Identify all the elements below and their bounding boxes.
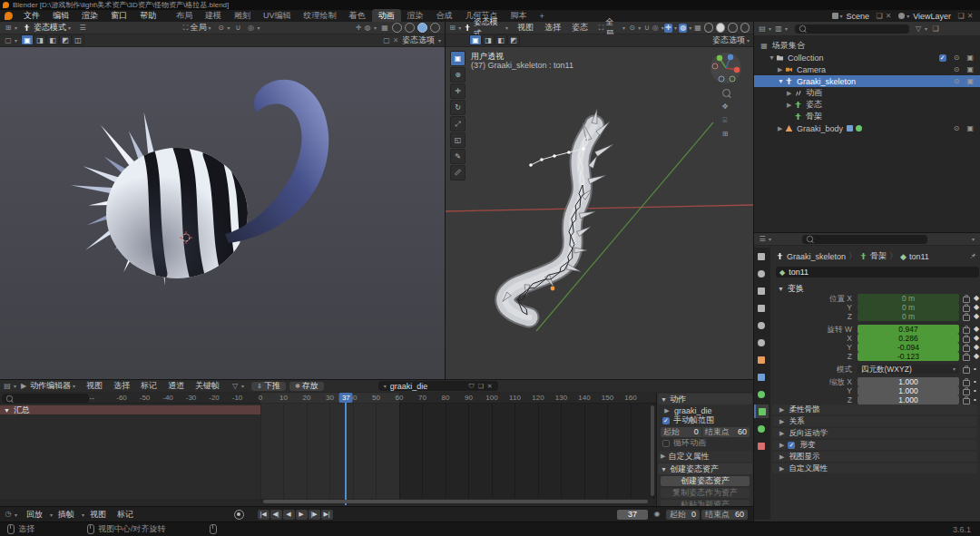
select-mode-new-icon[interactable]: ▣ — [21, 34, 34, 45]
app-menu-渲染[interactable]: 渲染 — [75, 10, 104, 22]
keyframe-diamond-icon[interactable]: ◆ — [974, 343, 979, 352]
playhead-line[interactable] — [345, 393, 347, 505]
annotate-tool[interactable]: ✎ — [450, 149, 466, 164]
expand-arrow-icon[interactable]: ▼ — [778, 78, 785, 84]
dope-menu-标记[interactable]: 标记 — [135, 380, 162, 392]
lock-icon[interactable] — [963, 389, 970, 395]
playhead-frame-badge[interactable]: 37 — [339, 393, 353, 403]
keyframe-diamond-icon[interactable]: ◆ — [974, 325, 979, 334]
pose-asset-panel-header[interactable]: ▼ 创建姿态资产 — [658, 463, 752, 474]
stash-button[interactable]: ❄存放 — [289, 382, 324, 391]
snap-magnet-icon[interactable]: ∪ — [234, 24, 243, 33]
dope-menu-选择[interactable]: 选择 — [108, 380, 135, 392]
select-mode-invert-icon[interactable]: ◩ — [507, 34, 520, 45]
select-mode-subtract-icon[interactable]: ◧ — [495, 34, 507, 45]
editor-type-icon[interactable]: ▤ — [3, 382, 12, 391]
auto-key-record-icon[interactable] — [234, 510, 244, 520]
lock-icon[interactable] — [963, 306, 970, 312]
overlays-toggle-icon[interactable]: ◍ — [363, 24, 372, 33]
shading-rendered-icon[interactable] — [430, 23, 440, 33]
outliner-scope-icon[interactable]: ▥ — [774, 24, 783, 34]
measure-tool[interactable]: 📏︎ — [450, 165, 466, 180]
proportional-edit-icon[interactable]: ◎ — [652, 24, 660, 33]
range-start-field[interactable]: 起始 0 — [661, 427, 701, 437]
transform-value-field[interactable]: -0.094 — [858, 343, 959, 352]
shading-rendered-icon[interactable] — [740, 23, 750, 33]
editor-type-icon[interactable]: ⊞ — [448, 24, 456, 33]
section-柔性骨骼[interactable]: ▶柔性骨骼 — [772, 404, 977, 414]
disable-render-camera-icon[interactable]: ▣ — [966, 77, 974, 85]
properties-search-input[interactable] — [802, 235, 927, 244]
navigation-gizmo[interactable] — [710, 53, 741, 83]
outliner-row-scene-collection[interactable]: ▦ 场景集合 — [754, 40, 980, 52]
viewport-menu-视图[interactable]: 视图 — [512, 22, 539, 34]
keyframe-diamond-icon[interactable]: ◆ — [974, 303, 979, 312]
select-mode-intersect-icon[interactable]: ◫ — [72, 34, 84, 45]
active-tool-icon[interactable]: ▢ — [4, 36, 13, 45]
viewlayer-name[interactable]: ViewLayer — [913, 12, 951, 21]
app-menu-窗口[interactable]: 窗口 — [104, 10, 133, 22]
copy-icon[interactable]: ❏ — [956, 12, 965, 21]
bone-name-input[interactable]: ◆ ton11 — [776, 267, 979, 278]
section-形变[interactable]: ▶✓形变 — [772, 440, 977, 450]
output-tab[interactable] — [754, 284, 769, 297]
hide-eye-icon[interactable]: ⊙ — [954, 77, 960, 85]
snap-magnet-icon[interactable]: ∪ — [642, 24, 651, 33]
channel-search-input[interactable] — [2, 394, 89, 403]
range-end-field[interactable]: 结束点 60 — [702, 427, 750, 437]
current-frame-field[interactable]: 37 — [617, 510, 648, 520]
ortho-toggle-icon[interactable]: ⊞ — [720, 130, 730, 139]
lock-icon[interactable] — [963, 336, 970, 343]
transform-value-field[interactable]: 0 m — [858, 294, 959, 303]
viewlayer-selector[interactable]: ▾ ViewLayer ❏ ✕ — [898, 12, 975, 21]
close-icon[interactable]: ✕ — [965, 12, 975, 21]
outliner-row-Camera[interactable]: ▶Camera⊙▣ — [754, 63, 980, 75]
outliner-row-Graaki_body[interactable]: ▶Graaki_body⊙▣ — [754, 122, 980, 134]
expand-arrow-icon[interactable]: ▼ — [769, 54, 776, 61]
channel-region[interactable] — [0, 404, 260, 499]
animate-dot-icon[interactable]: • — [974, 377, 976, 386]
outliner-display-mode-icon[interactable]: ▤ — [758, 24, 767, 34]
timeline-menu-视图[interactable]: 视图 — [84, 509, 112, 521]
tool-tab[interactable] — [754, 249, 769, 263]
scene-selector[interactable]: ▾ Scene ❏ ✕ — [832, 12, 894, 21]
gizmo-toggle-icon[interactable]: ✛ — [664, 24, 672, 33]
bone-tab[interactable] — [754, 404, 769, 418]
editor-type-icon[interactable]: ◷ — [4, 510, 13, 519]
filter-funnel-icon[interactable]: ▽ — [914, 24, 923, 34]
timeline-end-field[interactable]: 结束点 60 — [701, 510, 748, 520]
dope-menu-通道[interactable]: 通道 — [162, 380, 190, 392]
outliner-row-Graaki_skeleton[interactable]: ▼Graaki_skeleton⊙▣ — [754, 75, 980, 87]
outliner-row-骨架[interactable]: 骨架 — [754, 111, 980, 122]
pose-options-popover[interactable]: 姿态选项 — [402, 34, 435, 46]
section-关系[interactable]: ▶关系 — [772, 416, 977, 426]
scene-name[interactable]: Scene — [847, 12, 870, 21]
cursor-tool[interactable]: ⊕ — [450, 67, 466, 83]
lock-icon[interactable] — [963, 355, 970, 361]
app-menu-帮助[interactable]: 帮助 — [133, 10, 162, 22]
push-down-button[interactable]: ⇩下推 — [251, 382, 286, 391]
options-chevron-icon[interactable]: ▾ — [972, 236, 975, 242]
manual-range-checkbox[interactable]: ✓ 手动帧范围 — [662, 415, 753, 425]
disable-render-camera-icon[interactable]: ▣ — [966, 124, 974, 132]
proportional-edit-icon[interactable]: ◎ — [247, 24, 256, 33]
transform-value-field[interactable]: 1.000 — [858, 386, 959, 395]
move-tool[interactable]: ✛ — [450, 83, 466, 99]
dope-menu-视图[interactable]: 视图 — [81, 380, 108, 392]
keying-set-icon[interactable]: ◉ — [652, 510, 662, 519]
editor-type-icon[interactable]: ⊞ — [4, 24, 13, 33]
lock-icon[interactable] — [963, 380, 970, 386]
select-mode-subtract-icon[interactable]: ◧ — [46, 34, 59, 45]
keyframe-diamond-icon[interactable]: ◆ — [974, 294, 979, 303]
custom-properties-panel-header[interactable]: ▶ 自定义属性 — [658, 451, 752, 462]
outliner-row-动画[interactable]: ▶动画 — [754, 87, 980, 99]
shading-material-icon[interactable] — [417, 23, 427, 33]
hide-eye-icon[interactable]: ⊙ — [954, 65, 960, 73]
horizontal-scrollbar[interactable] — [263, 500, 648, 503]
animate-dot-icon[interactable]: • — [974, 365, 976, 374]
camera-view-icon[interactable]: ⌻ — [720, 116, 730, 125]
close-icon[interactable]: ✕ — [391, 36, 400, 45]
outliner-row-姿态[interactable]: ▶姿态 — [754, 99, 980, 111]
transform-value-field[interactable]: 1.000 — [858, 377, 959, 386]
scale-tool[interactable]: ⤢ — [450, 116, 466, 132]
